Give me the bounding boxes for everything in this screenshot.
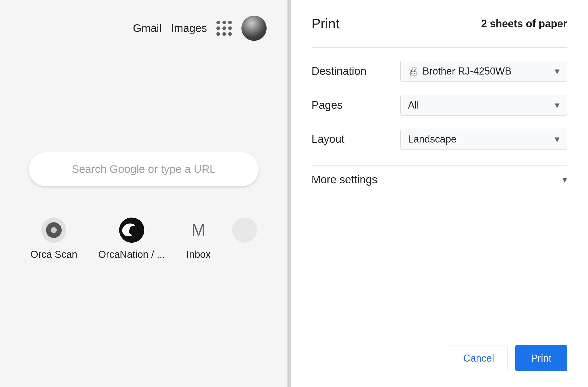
pages-section: Pages All ▾ — [312, 95, 567, 116]
sheets-info: 2 sheets of paper — [481, 18, 567, 30]
destination-chevron-icon: ▾ — [555, 66, 560, 77]
images-link[interactable]: Images — [171, 22, 207, 35]
shortcut-ghost[interactable] — [232, 218, 257, 243]
apps-dot-3 — [228, 21, 232, 24]
apps-dot-1 — [216, 21, 220, 24]
destination-section: Destination 🖨 Brother RJ-4250WB ▾ — [312, 61, 567, 82]
orca-nation-label: OrcaNation / ... — [98, 249, 165, 260]
layout-section: Layout Landscape ▾ — [312, 129, 567, 150]
inbox-label: Inbox — [186, 249, 211, 260]
shortcuts-row: Orca Scan OrcaNation / ... M — [30, 218, 257, 260]
apps-dot-7 — [216, 32, 220, 36]
ghost-icon — [232, 218, 257, 243]
orca-scan-dot — [51, 227, 57, 233]
apps-button[interactable] — [216, 21, 232, 36]
orca-scan-icon — [41, 218, 66, 243]
print-panel: Print 2 sheets of paper Destination 🖨 Br… — [291, 0, 588, 387]
gmail-link[interactable]: Gmail — [133, 22, 162, 35]
inbox-icon: M — [186, 218, 211, 243]
pages-label: Pages — [312, 99, 400, 111]
avatar[interactable] — [241, 16, 267, 41]
more-settings-row[interactable]: More settings ▾ — [312, 165, 567, 194]
shortcut-orca-scan[interactable]: Orca Scan — [30, 218, 77, 260]
print-title: Print — [312, 16, 339, 31]
avatar-image — [241, 16, 267, 41]
apps-dot-8 — [222, 32, 226, 36]
layout-chevron-icon: ▾ — [555, 134, 560, 145]
shortcut-orca-nation[interactable]: OrcaNation / ... — [98, 218, 165, 260]
print-footer: Cancel Print — [312, 335, 567, 371]
panel-divider — [287, 0, 291, 387]
print-header-divider — [312, 47, 567, 48]
destination-label: Destination — [312, 65, 400, 77]
search-bar-container: Search Google or type a URL — [29, 152, 259, 186]
destination-select-inner: 🖨 Brother RJ-4250WB — [408, 65, 511, 77]
layout-value: Landscape — [408, 134, 457, 145]
orca-nation-svg — [119, 218, 144, 243]
apps-dot-5 — [222, 26, 226, 30]
apps-dot-4 — [216, 26, 220, 30]
pages-value: All — [408, 100, 419, 111]
cancel-button[interactable]: Cancel — [450, 345, 508, 371]
top-bar: Gmail Images — [0, 0, 287, 51]
orca-nation-icon — [119, 218, 144, 243]
apps-dot-9 — [228, 32, 232, 36]
more-settings-chevron-icon: ▾ — [562, 174, 567, 185]
apps-dot-6 — [228, 26, 232, 30]
destination-value: Brother RJ-4250WB — [423, 66, 511, 77]
orca-scan-inner — [46, 222, 62, 238]
print-header: Print 2 sheets of paper — [312, 16, 567, 31]
browser-panel: Gmail Images Search Google or type a URL — [0, 0, 287, 387]
orca-scan-label: Orca Scan — [30, 249, 77, 260]
more-settings-label: More settings — [312, 173, 377, 186]
printer-icon: 🖨 — [408, 65, 418, 77]
shortcut-inbox[interactable]: M Inbox — [186, 218, 211, 260]
destination-select[interactable]: 🖨 Brother RJ-4250WB ▾ — [400, 61, 567, 82]
print-button[interactable]: Print — [515, 345, 567, 371]
layout-label: Layout — [312, 133, 400, 145]
main-content: Search Google or type a URL Orca Scan — [0, 51, 287, 387]
layout-select[interactable]: Landscape ▾ — [400, 129, 567, 150]
pages-select[interactable]: All ▾ — [400, 95, 567, 116]
search-input[interactable]: Search Google or type a URL — [29, 152, 259, 186]
pages-chevron-icon: ▾ — [555, 100, 560, 111]
search-placeholder: Search Google or type a URL — [72, 163, 216, 175]
apps-dot-2 — [222, 21, 226, 24]
m-icon: M — [192, 222, 205, 238]
